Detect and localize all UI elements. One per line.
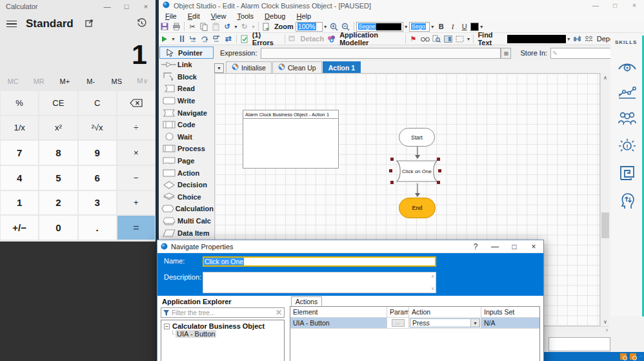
calculator-titlebar[interactable]: Calculator — □ × [0, 0, 156, 13]
toolbox-item-link[interactable]: Link [159, 59, 214, 71]
play-dropdown-icon[interactable]: ▼ [171, 37, 176, 41]
calc-button-9[interactable]: 9 [79, 141, 116, 165]
learning-head-icon[interactable] [618, 188, 636, 216]
toolbox-item-pointer[interactable]: Pointer [159, 46, 214, 59]
calc-button-5[interactable]: 5 [39, 166, 77, 190]
font-color-swatch[interactable] [470, 23, 479, 31]
selection-handle[interactable] [438, 169, 441, 172]
actions-table-row[interactable]: UIA - Button...Press▼N/A [290, 318, 539, 329]
toolbox-item-navigate[interactable]: Navigate [159, 107, 214, 119]
bottom-right-field[interactable] [548, 337, 610, 351]
font-name-combobox[interactable]: Segoe [356, 22, 403, 32]
calc-button-[interactable]: ÷ [117, 116, 155, 140]
zoom-out-icon[interactable] [341, 21, 351, 32]
toolbox-item-code[interactable]: Code [159, 119, 214, 131]
history-icon[interactable] [137, 18, 146, 30]
underline-button[interactable]: U [459, 21, 470, 32]
search-stage-icon[interactable] [432, 34, 442, 44]
toolbox-item-calculation[interactable]: Calculation [159, 203, 214, 215]
start-node[interactable]: Start [399, 128, 435, 147]
redo-dropdown-icon[interactable]: ▼ [251, 25, 256, 29]
application-modeller-icon[interactable] [327, 34, 337, 44]
tab-initialise[interactable]: Initialise [226, 61, 272, 73]
validate-icon[interactable] [239, 34, 250, 44]
selection-handle[interactable] [389, 169, 392, 172]
font-color-dropdown-icon[interactable]: ▼ [479, 25, 484, 29]
toolbox-item-wait[interactable]: Wait [159, 131, 214, 143]
calc-button-3[interactable]: 3 [79, 191, 116, 215]
font-size-dropdown-icon[interactable]: ▼ [430, 25, 435, 29]
panel-view-icon[interactable] [443, 34, 454, 44]
scroll-up-icon[interactable]: ∧ [601, 73, 610, 82]
toolbox-item-write[interactable]: Write [159, 95, 214, 107]
inputs-set-cell[interactable]: N/A [481, 318, 539, 328]
calc-button-[interactable]: . [79, 216, 116, 240]
collaboration-people-icon[interactable] [618, 106, 637, 132]
pause-button[interactable] [177, 34, 187, 44]
combo-dropdown-icon[interactable]: ▼ [470, 319, 479, 327]
selection-handle[interactable] [437, 181, 440, 184]
maximize-button[interactable]: □ [117, 0, 136, 13]
toolbox-item-process[interactable]: Process [159, 143, 214, 155]
font-name-dropdown-icon[interactable]: ▼ [404, 25, 408, 29]
menu-file[interactable]: File [165, 12, 177, 20]
menu-help[interactable]: Help [297, 12, 312, 20]
watch-glasses-icon[interactable] [420, 34, 430, 44]
scroll-down-icon[interactable]: ∨ [431, 286, 434, 291]
minimize-button[interactable]: — [586, 0, 605, 11]
print-button[interactable] [171, 21, 181, 32]
zoom-in-icon[interactable] [329, 21, 339, 32]
hamburger-menu-icon[interactable] [6, 19, 17, 30]
problem-solving-idea-icon[interactable]: ! [618, 132, 637, 160]
paste-icon[interactable] [210, 21, 221, 32]
calc-button-x[interactable]: x² [39, 116, 77, 140]
calc-button-CE[interactable]: CE [39, 91, 77, 115]
scrollbar-thumb[interactable] [601, 212, 609, 238]
view-dropdown-icon[interactable]: ▼ [467, 37, 471, 41]
toolbox-item-read[interactable]: Read [159, 83, 214, 95]
memory-button-mc[interactable]: MC [0, 77, 26, 85]
zoom-dropdown-icon[interactable]: ▼ [323, 25, 328, 29]
step-in-icon[interactable] [188, 34, 199, 44]
calc-button-C[interactable]: C [79, 91, 116, 115]
collapse-icon[interactable]: − [164, 324, 170, 329]
element-cell[interactable]: UIA - Button [290, 318, 387, 328]
object-studio-titlebar[interactable]: Object Studio - Edit - Alarm Clock Busin… [159, 0, 644, 11]
application-modeller-button[interactable]: Application Modeller [339, 31, 401, 46]
scroll-right-icon[interactable]: › [606, 327, 608, 333]
bold-button[interactable]: B [436, 21, 447, 32]
toolbox-item-action[interactable]: Action [159, 167, 214, 179]
minimize-button[interactable]: — [485, 240, 505, 253]
redo-icon[interactable]: ↻ [239, 21, 250, 32]
calc-button-8[interactable]: 8 [39, 141, 77, 165]
memory-button-mr[interactable]: MR [26, 77, 52, 85]
visual-perception-eye-icon[interactable] [618, 56, 637, 81]
calc-button-2[interactable]: 2 [39, 191, 77, 215]
tree-child-item[interactable]: └ UIA - Button [170, 330, 284, 338]
app-search-status-icon[interactable] [630, 353, 636, 360]
font-size-combobox[interactable]: Sego [409, 22, 430, 32]
breakpoint-flag-icon[interactable]: ⚑ [408, 34, 419, 44]
dependencies-icon[interactable] [584, 34, 594, 44]
menu-view[interactable]: View [211, 12, 226, 20]
menu-tools[interactable]: Tools [237, 12, 254, 20]
toolbox-item-dataitem[interactable]: Data Item [159, 227, 214, 239]
actions-tab[interactable]: Actions [291, 296, 322, 306]
menu-edit[interactable]: Edit [188, 12, 200, 20]
calc-button-[interactable]: − [117, 166, 155, 190]
planning-trend-icon[interactable] [618, 81, 637, 106]
menu-debug[interactable]: Debug [265, 12, 285, 20]
backspace-button[interactable] [117, 91, 155, 115]
italic-button[interactable]: I [448, 21, 458, 32]
save-button[interactable] [159, 21, 170, 32]
resize-grip[interactable]: ∴ [639, 354, 643, 359]
calc-button-0[interactable]: 0 [39, 216, 77, 240]
calc-button-1[interactable]: 1 [1, 191, 38, 215]
memory-button-m[interactable]: M∨ [130, 77, 156, 85]
calc-button-[interactable]: × [117, 141, 155, 165]
minimize-button[interactable]: — [97, 0, 117, 13]
close-button[interactable]: × [136, 0, 156, 13]
undo-icon[interactable]: ↺ [222, 21, 232, 32]
calc-button-4[interactable]: 4 [1, 166, 38, 190]
detach-icon[interactable] [287, 34, 297, 44]
